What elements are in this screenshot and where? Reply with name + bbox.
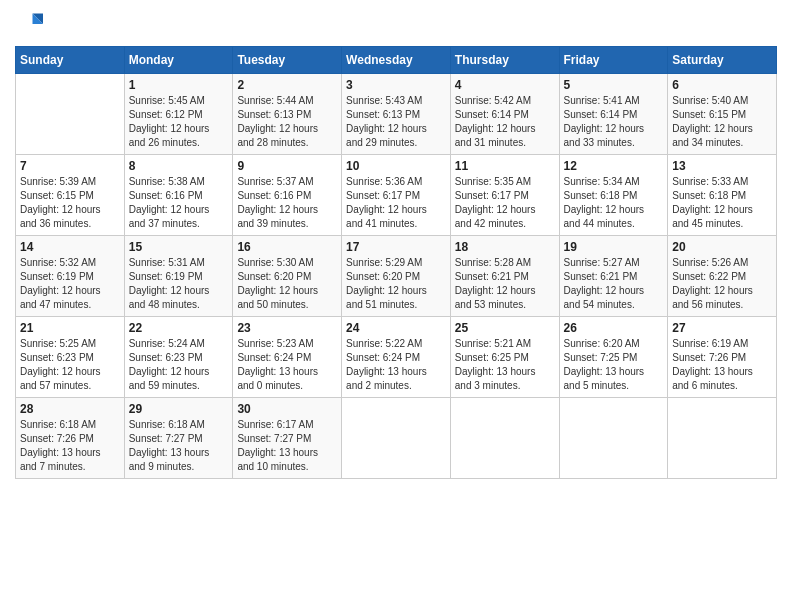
day-cell: 19Sunrise: 5:27 AM Sunset: 6:21 PM Dayli… — [559, 236, 668, 317]
day-number: 2 — [237, 78, 337, 92]
day-info: Sunrise: 5:31 AM Sunset: 6:19 PM Dayligh… — [129, 256, 229, 312]
day-number: 6 — [672, 78, 772, 92]
day-number: 22 — [129, 321, 229, 335]
day-cell: 15Sunrise: 5:31 AM Sunset: 6:19 PM Dayli… — [124, 236, 233, 317]
day-number: 19 — [564, 240, 664, 254]
day-cell: 1Sunrise: 5:45 AM Sunset: 6:12 PM Daylig… — [124, 74, 233, 155]
day-info: Sunrise: 5:30 AM Sunset: 6:20 PM Dayligh… — [237, 256, 337, 312]
day-info: Sunrise: 6:20 AM Sunset: 7:25 PM Dayligh… — [564, 337, 664, 393]
day-number: 16 — [237, 240, 337, 254]
column-header-friday: Friday — [559, 47, 668, 74]
day-info: Sunrise: 5:22 AM Sunset: 6:24 PM Dayligh… — [346, 337, 446, 393]
day-number: 5 — [564, 78, 664, 92]
day-info: Sunrise: 5:35 AM Sunset: 6:17 PM Dayligh… — [455, 175, 555, 231]
header-row: SundayMondayTuesdayWednesdayThursdayFrid… — [16, 47, 777, 74]
day-number: 11 — [455, 159, 555, 173]
day-number: 20 — [672, 240, 772, 254]
day-number: 24 — [346, 321, 446, 335]
day-cell: 4Sunrise: 5:42 AM Sunset: 6:14 PM Daylig… — [450, 74, 559, 155]
day-info: Sunrise: 6:19 AM Sunset: 7:26 PM Dayligh… — [672, 337, 772, 393]
day-cell: 7Sunrise: 5:39 AM Sunset: 6:15 PM Daylig… — [16, 155, 125, 236]
day-number: 1 — [129, 78, 229, 92]
day-cell: 28Sunrise: 6:18 AM Sunset: 7:26 PM Dayli… — [16, 398, 125, 479]
day-info: Sunrise: 6:18 AM Sunset: 7:26 PM Dayligh… — [20, 418, 120, 474]
column-header-sunday: Sunday — [16, 47, 125, 74]
column-header-saturday: Saturday — [668, 47, 777, 74]
day-info: Sunrise: 5:38 AM Sunset: 6:16 PM Dayligh… — [129, 175, 229, 231]
day-info: Sunrise: 5:24 AM Sunset: 6:23 PM Dayligh… — [129, 337, 229, 393]
column-header-thursday: Thursday — [450, 47, 559, 74]
day-number: 17 — [346, 240, 446, 254]
day-number: 12 — [564, 159, 664, 173]
day-info: Sunrise: 5:32 AM Sunset: 6:19 PM Dayligh… — [20, 256, 120, 312]
calendar-table: SundayMondayTuesdayWednesdayThursdayFrid… — [15, 46, 777, 479]
day-info: Sunrise: 5:40 AM Sunset: 6:15 PM Dayligh… — [672, 94, 772, 150]
day-cell: 14Sunrise: 5:32 AM Sunset: 6:19 PM Dayli… — [16, 236, 125, 317]
day-cell — [16, 74, 125, 155]
column-header-wednesday: Wednesday — [342, 47, 451, 74]
day-number: 13 — [672, 159, 772, 173]
week-row-5: 28Sunrise: 6:18 AM Sunset: 7:26 PM Dayli… — [16, 398, 777, 479]
day-cell: 18Sunrise: 5:28 AM Sunset: 6:21 PM Dayli… — [450, 236, 559, 317]
day-cell: 25Sunrise: 5:21 AM Sunset: 6:25 PM Dayli… — [450, 317, 559, 398]
day-info: Sunrise: 5:34 AM Sunset: 6:18 PM Dayligh… — [564, 175, 664, 231]
day-cell: 8Sunrise: 5:38 AM Sunset: 6:16 PM Daylig… — [124, 155, 233, 236]
logo-icon — [15, 10, 43, 38]
day-number: 7 — [20, 159, 120, 173]
day-cell: 26Sunrise: 6:20 AM Sunset: 7:25 PM Dayli… — [559, 317, 668, 398]
day-number: 10 — [346, 159, 446, 173]
day-info: Sunrise: 5:41 AM Sunset: 6:14 PM Dayligh… — [564, 94, 664, 150]
day-info: Sunrise: 5:37 AM Sunset: 6:16 PM Dayligh… — [237, 175, 337, 231]
day-cell: 6Sunrise: 5:40 AM Sunset: 6:15 PM Daylig… — [668, 74, 777, 155]
day-number: 29 — [129, 402, 229, 416]
day-info: Sunrise: 5:42 AM Sunset: 6:14 PM Dayligh… — [455, 94, 555, 150]
day-info: Sunrise: 5:26 AM Sunset: 6:22 PM Dayligh… — [672, 256, 772, 312]
day-number: 27 — [672, 321, 772, 335]
day-cell: 9Sunrise: 5:37 AM Sunset: 6:16 PM Daylig… — [233, 155, 342, 236]
day-number: 3 — [346, 78, 446, 92]
day-cell: 11Sunrise: 5:35 AM Sunset: 6:17 PM Dayli… — [450, 155, 559, 236]
day-cell: 24Sunrise: 5:22 AM Sunset: 6:24 PM Dayli… — [342, 317, 451, 398]
day-cell: 5Sunrise: 5:41 AM Sunset: 6:14 PM Daylig… — [559, 74, 668, 155]
day-info: Sunrise: 5:45 AM Sunset: 6:12 PM Dayligh… — [129, 94, 229, 150]
day-number: 14 — [20, 240, 120, 254]
day-cell: 23Sunrise: 5:23 AM Sunset: 6:24 PM Dayli… — [233, 317, 342, 398]
day-cell: 12Sunrise: 5:34 AM Sunset: 6:18 PM Dayli… — [559, 155, 668, 236]
day-number: 4 — [455, 78, 555, 92]
week-row-3: 14Sunrise: 5:32 AM Sunset: 6:19 PM Dayli… — [16, 236, 777, 317]
day-number: 28 — [20, 402, 120, 416]
week-row-2: 7Sunrise: 5:39 AM Sunset: 6:15 PM Daylig… — [16, 155, 777, 236]
day-number: 26 — [564, 321, 664, 335]
day-cell — [450, 398, 559, 479]
day-info: Sunrise: 6:18 AM Sunset: 7:27 PM Dayligh… — [129, 418, 229, 474]
day-number: 23 — [237, 321, 337, 335]
day-info: Sunrise: 5:28 AM Sunset: 6:21 PM Dayligh… — [455, 256, 555, 312]
day-cell — [668, 398, 777, 479]
day-cell: 2Sunrise: 5:44 AM Sunset: 6:13 PM Daylig… — [233, 74, 342, 155]
day-info: Sunrise: 5:23 AM Sunset: 6:24 PM Dayligh… — [237, 337, 337, 393]
day-cell: 27Sunrise: 6:19 AM Sunset: 7:26 PM Dayli… — [668, 317, 777, 398]
column-header-monday: Monday — [124, 47, 233, 74]
day-cell: 3Sunrise: 5:43 AM Sunset: 6:13 PM Daylig… — [342, 74, 451, 155]
day-number: 15 — [129, 240, 229, 254]
column-header-tuesday: Tuesday — [233, 47, 342, 74]
day-cell: 20Sunrise: 5:26 AM Sunset: 6:22 PM Dayli… — [668, 236, 777, 317]
day-info: Sunrise: 5:43 AM Sunset: 6:13 PM Dayligh… — [346, 94, 446, 150]
day-number: 30 — [237, 402, 337, 416]
page-header — [15, 10, 777, 38]
day-cell: 13Sunrise: 5:33 AM Sunset: 6:18 PM Dayli… — [668, 155, 777, 236]
day-number: 25 — [455, 321, 555, 335]
day-number: 9 — [237, 159, 337, 173]
day-number: 8 — [129, 159, 229, 173]
day-cell: 30Sunrise: 6:17 AM Sunset: 7:27 PM Dayli… — [233, 398, 342, 479]
day-info: Sunrise: 5:39 AM Sunset: 6:15 PM Dayligh… — [20, 175, 120, 231]
week-row-1: 1Sunrise: 5:45 AM Sunset: 6:12 PM Daylig… — [16, 74, 777, 155]
day-cell: 16Sunrise: 5:30 AM Sunset: 6:20 PM Dayli… — [233, 236, 342, 317]
day-info: Sunrise: 5:21 AM Sunset: 6:25 PM Dayligh… — [455, 337, 555, 393]
day-number: 21 — [20, 321, 120, 335]
day-cell: 22Sunrise: 5:24 AM Sunset: 6:23 PM Dayli… — [124, 317, 233, 398]
day-info: Sunrise: 5:33 AM Sunset: 6:18 PM Dayligh… — [672, 175, 772, 231]
day-info: Sunrise: 5:25 AM Sunset: 6:23 PM Dayligh… — [20, 337, 120, 393]
day-info: Sunrise: 5:27 AM Sunset: 6:21 PM Dayligh… — [564, 256, 664, 312]
day-info: Sunrise: 5:36 AM Sunset: 6:17 PM Dayligh… — [346, 175, 446, 231]
